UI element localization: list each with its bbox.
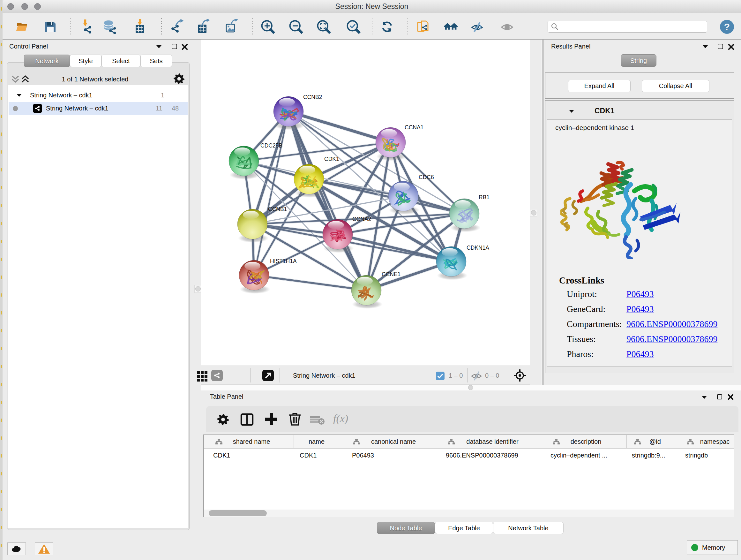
- svg-text:CCNA1: CCNA1: [405, 124, 423, 131]
- svg-text:CCNB1: CCNB1: [268, 206, 287, 212]
- svg-text:CDK1: CDK1: [324, 156, 339, 162]
- svg-text:?: ?: [724, 21, 730, 32]
- svg-text:CCNA2: CCNA2: [352, 216, 371, 222]
- svg-text:CCNE1: CCNE1: [382, 271, 401, 277]
- svg-text:CDKN1A: CDKN1A: [467, 245, 489, 251]
- svg-text:HIST1H1A: HIST1H1A: [270, 258, 297, 264]
- svg-text:RB1: RB1: [479, 194, 489, 200]
- svg-text:CDC6: CDC6: [419, 174, 434, 180]
- svg-text:CDC25B: CDC25B: [260, 142, 282, 149]
- svg-text:CCNB2: CCNB2: [303, 94, 322, 100]
